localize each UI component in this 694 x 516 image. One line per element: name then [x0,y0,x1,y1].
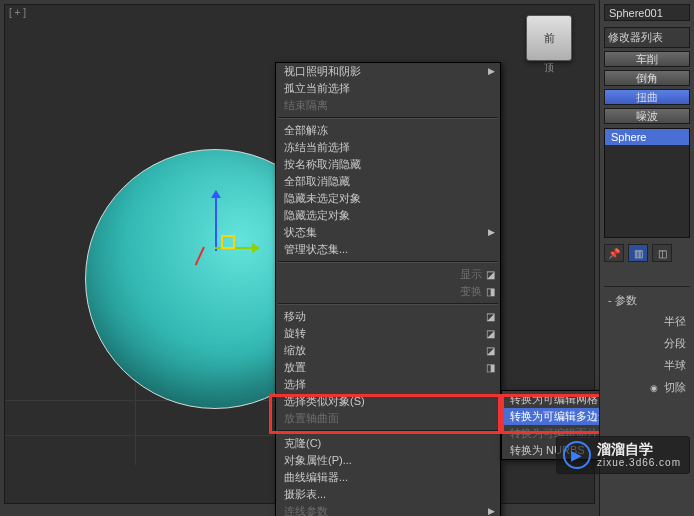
watermark: ▶ 溜溜自学 zixue.3d66.com [556,436,690,474]
param-label: 半径 [664,314,686,329]
menu-item[interactable]: 移动 [276,308,500,325]
watermark-url: zixue.3d66.com [597,457,681,468]
modifier-button[interactable]: 噪波 [604,108,690,124]
menu-item[interactable]: 管理状态集... [276,241,500,258]
param-label: 分段 [664,336,686,351]
param-row: 分段 [614,336,686,351]
param-row: 半球 [614,358,686,373]
pin-icon[interactable]: 📌 [604,244,624,262]
viewport-label: [ + ] [9,7,26,18]
menu-item: 显示 [276,266,500,283]
menu-item[interactable]: 全部解冻 [276,122,500,139]
param-row: 半径 [614,314,686,329]
stack-tools: 📌 ▥ ◫ [604,244,690,262]
modifier-button[interactable]: 车削 [604,51,690,67]
modifier-list-dropdown[interactable]: 修改器列表 [604,27,690,48]
menu-item: 结束隔离 [276,97,500,114]
menu-item[interactable]: 选择 [276,376,500,393]
menu-item[interactable]: 隐藏选定对象 [276,207,500,224]
stack-item[interactable]: Sphere [605,129,689,145]
menu-item: 连线参数 [276,503,500,516]
viewcube[interactable]: 前 [526,15,572,61]
menu-item: 变换 [276,283,500,300]
watermark-brand: 溜溜自学 [597,442,681,457]
menu-item[interactable]: 摄影表... [276,486,500,503]
menu-item[interactable]: 克隆(C) [276,435,500,452]
menu-item[interactable]: 对象属性(P)... [276,452,500,469]
object-name-field[interactable] [604,4,690,21]
params-rollout: - 参数 半径分段半球◉切除 [604,286,690,395]
menu-item[interactable]: 曲线编辑器... [276,469,500,486]
menu-item[interactable]: 选择类似对象(S) [276,393,500,410]
menu-item[interactable]: 隐藏未选定对象 [276,190,500,207]
play-icon: ▶ [563,441,591,469]
menu-item[interactable]: 状态集 [276,224,500,241]
menu-item: 放置轴曲面 [276,410,500,427]
menu-item[interactable]: 孤立当前选择 [276,80,500,97]
modifier-button[interactable]: 扭曲 [604,89,690,105]
param-label: 半球 [664,358,686,373]
token-icon: ◉ [650,383,658,393]
make-unique-icon[interactable]: ◫ [652,244,672,262]
menu-item[interactable]: 按名称取消隐藏 [276,156,500,173]
context-menu[interactable]: 视口照明和阴影孤立当前选择结束隔离全部解冻冻结当前选择按名称取消隐藏全部取消隐藏… [275,62,501,516]
menu-item[interactable]: 缩放 [276,342,500,359]
modifier-stack[interactable]: Sphere [604,128,690,238]
menu-item[interactable]: 全部取消隐藏 [276,173,500,190]
menu-item[interactable]: 旋转 [276,325,500,342]
menu-item[interactable]: 冻结当前选择 [276,139,500,156]
show-end-result-icon[interactable]: ▥ [628,244,648,262]
menu-item[interactable]: 放置 [276,359,500,376]
modifier-button[interactable]: 倒角 [604,70,690,86]
rollout-title[interactable]: - 参数 [604,291,690,310]
menu-item[interactable]: 视口照明和阴影 [276,63,500,80]
viewcube-label: 顶 [544,61,554,75]
param-label: 切除 [664,380,686,395]
